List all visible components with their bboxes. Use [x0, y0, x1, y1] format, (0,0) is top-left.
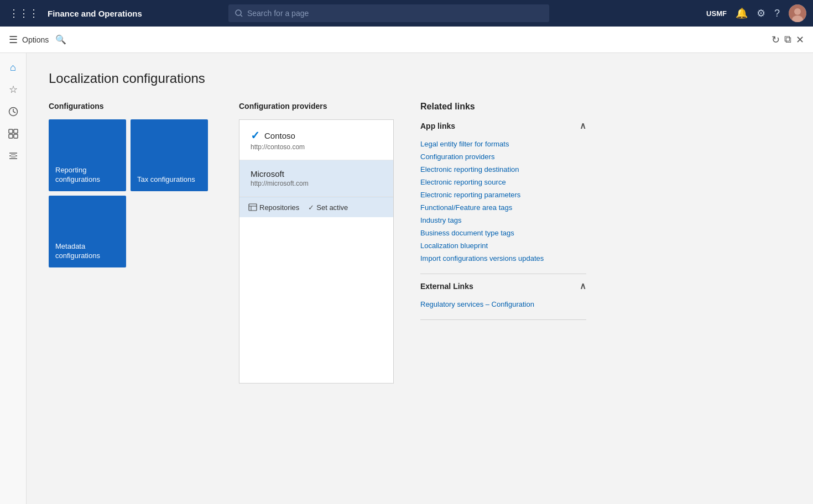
main-content: Localization configurations Configuratio…: [27, 53, 813, 504]
top-navbar: ⋮⋮⋮ Finance and Operations USMF 🔔 ⚙ ?: [0, 0, 813, 27]
sidebar-item-home[interactable]: ⌂: [3, 57, 23, 77]
provider-contoso-url: http://contoso.com: [251, 143, 382, 151]
link-industry-tags[interactable]: Industry tags: [420, 214, 586, 227]
svg-point-3: [794, 8, 801, 15]
search-icon: [235, 9, 243, 17]
svg-rect-10: [9, 134, 13, 138]
search-input[interactable]: [247, 9, 543, 18]
tile-tax[interactable]: Tax configurations: [131, 119, 208, 191]
related-links-section: Related links App links ∧ Legal entity f…: [420, 102, 586, 327]
svg-line-1: [241, 15, 242, 17]
refresh-icon[interactable]: ↻: [772, 34, 780, 46]
provider-microsoft[interactable]: Microsoft http://microsoft.com: [239, 160, 393, 197]
link-legal-entity[interactable]: Legal entity filter for formats: [420, 138, 586, 150]
configurations-title: Configurations: [49, 102, 226, 111]
notifications-icon[interactable]: 🔔: [736, 7, 748, 19]
open-in-new-icon[interactable]: ⧉: [784, 34, 791, 46]
svg-rect-18: [249, 204, 257, 211]
provider-list-empty-area: [239, 217, 393, 383]
options-bar-controls: ↻ ⧉ ✕: [772, 34, 804, 46]
link-config-providers[interactable]: Configuration providers: [420, 150, 586, 163]
repositories-icon: [248, 203, 257, 212]
set-active-check-icon: ✓: [308, 203, 314, 212]
links-divider: [420, 274, 586, 274]
svg-point-0: [236, 10, 241, 15]
active-check-icon: ✓: [251, 129, 260, 142]
search-bar[interactable]: [228, 4, 549, 22]
options-bar: ☰ Options 🔍 ↻ ⧉ ✕: [0, 27, 813, 53]
svg-line-7: [13, 112, 15, 113]
settings-icon[interactable]: ⚙: [757, 7, 765, 19]
link-er-parameters[interactable]: Electronic reporting parameters: [420, 188, 586, 201]
set-active-button[interactable]: ✓ Set active: [308, 203, 348, 212]
tiles-grid: Reporting configurations Tax configurati…: [49, 119, 226, 267]
app-links-collapse-icon[interactable]: ∧: [580, 120, 586, 131]
svg-rect-11: [14, 134, 18, 138]
tile-metadata[interactable]: Metadata configurations: [49, 196, 126, 267]
providers-section: Configuration providers ✓ Contoso http:/…: [239, 102, 394, 384]
avatar[interactable]: [789, 4, 806, 22]
provider-contoso[interactable]: ✓ Contoso http://contoso.com: [239, 120, 393, 160]
content-row: Configurations Reporting configurations …: [49, 102, 791, 384]
svg-rect-9: [14, 129, 18, 133]
providers-title: Configuration providers: [239, 102, 394, 111]
close-icon[interactable]: ✕: [796, 34, 804, 46]
external-links-group-title[interactable]: External Links ∧: [420, 281, 586, 291]
external-links-list: Regulatory services – Configuration: [420, 298, 586, 311]
left-sidebar: ⌂ ☆: [0, 53, 27, 504]
external-links-divider: [420, 319, 586, 320]
page-title: Localization configurations: [49, 71, 791, 86]
app-grid-icon[interactable]: ⋮⋮⋮: [7, 5, 41, 22]
app-title: Finance and Operations: [48, 9, 142, 18]
link-localization-blueprint[interactable]: Localization blueprint: [420, 239, 586, 252]
link-functional-tags[interactable]: Functional/Feature area tags: [420, 201, 586, 214]
external-links-collapse-icon[interactable]: ∧: [580, 281, 586, 291]
provider-microsoft-url: http://microsoft.com: [251, 180, 382, 187]
sidebar-item-favorites[interactable]: ☆: [3, 80, 23, 99]
configurations-section: Configurations Reporting configurations …: [49, 102, 226, 267]
link-regulatory-services[interactable]: Regulatory services – Configuration: [420, 298, 586, 311]
svg-rect-15: [11, 155, 15, 157]
link-er-destination[interactable]: Electronic reporting destination: [420, 163, 586, 176]
options-search-icon[interactable]: 🔍: [55, 34, 66, 45]
help-icon[interactable]: ?: [774, 8, 780, 19]
provider-actions: Repositories ✓ Set active: [239, 197, 393, 217]
provider-list: ✓ Contoso http://contoso.com Microsoft h…: [239, 119, 394, 384]
hamburger-icon[interactable]: ☰: [9, 34, 18, 46]
app-links-group-title[interactable]: App links ∧: [420, 120, 586, 131]
svg-rect-8: [9, 129, 13, 133]
tile-reporting[interactable]: Reporting configurations: [49, 119, 126, 191]
top-nav-right: USMF 🔔 ⚙ ?: [706, 4, 806, 22]
link-import-configs[interactable]: Import configurations versions updates: [420, 252, 586, 265]
provider-contoso-name: ✓ Contoso: [251, 129, 382, 142]
repositories-button[interactable]: Repositories: [248, 203, 299, 212]
company-label: USMF: [706, 9, 727, 18]
related-links-title: Related links: [420, 102, 586, 112]
sidebar-item-workspaces[interactable]: [3, 124, 23, 144]
sidebar-item-modules[interactable]: [3, 146, 23, 166]
app-links-list: Legal entity filter for formats Configur…: [420, 138, 586, 265]
link-business-doc-tags[interactable]: Business document type tags: [420, 227, 586, 239]
sidebar-item-recent[interactable]: [3, 102, 23, 122]
link-er-source[interactable]: Electronic reporting source: [420, 176, 586, 188]
options-label: Options: [22, 35, 49, 44]
provider-microsoft-name: Microsoft: [251, 169, 382, 179]
